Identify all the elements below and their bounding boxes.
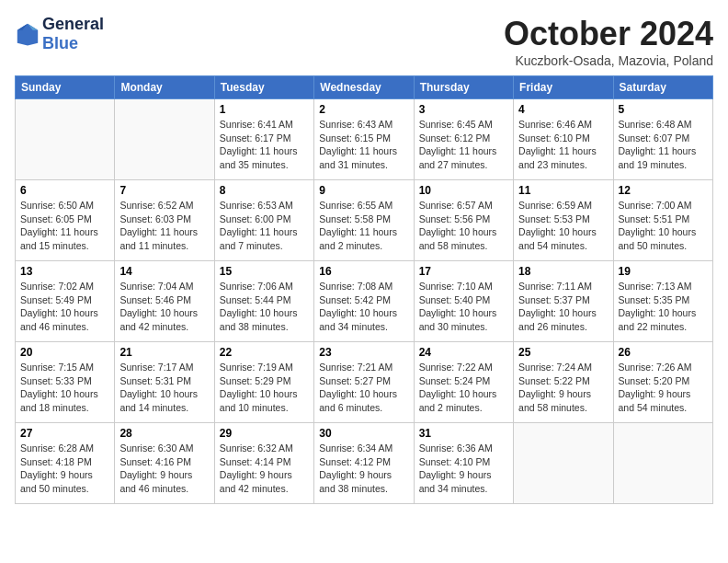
day-info: Sunrise: 7:24 AM Sunset: 5:22 PM Dayligh… [518, 361, 608, 415]
calendar-cell [16, 99, 115, 180]
day-info: Sunrise: 6:53 AM Sunset: 6:00 PM Dayligh… [220, 199, 309, 253]
calendar-cell: 5Sunrise: 6:48 AM Sunset: 6:07 PM Daylig… [613, 99, 712, 180]
day-number: 14 [119, 265, 209, 278]
calendar-cell [613, 423, 712, 504]
day-number: 10 [419, 184, 508, 197]
day-header-saturday: Saturday [613, 76, 712, 99]
day-number: 18 [518, 265, 608, 278]
day-number: 11 [518, 184, 608, 197]
calendar-cell: 25Sunrise: 7:24 AM Sunset: 5:22 PM Dayli… [514, 342, 613, 423]
day-info: Sunrise: 7:13 AM Sunset: 5:35 PM Dayligh… [619, 280, 708, 334]
logo-icon [15, 21, 40, 47]
day-info: Sunrise: 6:55 AM Sunset: 5:58 PM Dayligh… [319, 199, 408, 253]
calendar-week-row: 6Sunrise: 6:50 AM Sunset: 6:05 PM Daylig… [16, 180, 713, 261]
day-info: Sunrise: 6:34 AM Sunset: 4:12 PM Dayligh… [319, 442, 408, 496]
day-number: 5 [619, 103, 708, 116]
calendar-cell: 29Sunrise: 6:32 AM Sunset: 4:14 PM Dayli… [214, 423, 313, 504]
day-number: 31 [419, 427, 508, 440]
day-info: Sunrise: 7:08 AM Sunset: 5:42 PM Dayligh… [319, 280, 408, 334]
day-number: 25 [518, 346, 608, 359]
calendar-cell: 19Sunrise: 7:13 AM Sunset: 5:35 PM Dayli… [613, 261, 712, 342]
calendar-cell: 8Sunrise: 6:53 AM Sunset: 6:00 PM Daylig… [214, 180, 313, 261]
day-info: Sunrise: 6:36 AM Sunset: 4:10 PM Dayligh… [419, 442, 508, 496]
day-header-tuesday: Tuesday [214, 76, 313, 99]
day-header-sunday: Sunday [16, 76, 115, 99]
day-info: Sunrise: 6:59 AM Sunset: 5:53 PM Dayligh… [518, 199, 608, 253]
logo: General Blue [15, 15, 104, 52]
calendar-cell: 16Sunrise: 7:08 AM Sunset: 5:42 PM Dayli… [314, 261, 414, 342]
calendar-cell: 13Sunrise: 7:02 AM Sunset: 5:49 PM Dayli… [16, 261, 115, 342]
day-number: 27 [20, 427, 109, 440]
calendar-cell: 10Sunrise: 6:57 AM Sunset: 5:56 PM Dayli… [414, 180, 513, 261]
day-info: Sunrise: 6:48 AM Sunset: 6:07 PM Dayligh… [619, 118, 708, 172]
day-info: Sunrise: 6:43 AM Sunset: 6:15 PM Dayligh… [319, 118, 408, 172]
day-number: 3 [419, 103, 508, 116]
day-header-thursday: Thursday [414, 76, 513, 99]
calendar-cell [514, 423, 613, 504]
day-info: Sunrise: 6:45 AM Sunset: 6:12 PM Dayligh… [419, 118, 508, 172]
calendar-cell: 6Sunrise: 6:50 AM Sunset: 6:05 PM Daylig… [16, 180, 115, 261]
day-header-monday: Monday [115, 76, 214, 99]
calendar-week-row: 13Sunrise: 7:02 AM Sunset: 5:49 PM Dayli… [16, 261, 713, 342]
day-info: Sunrise: 7:17 AM Sunset: 5:31 PM Dayligh… [119, 361, 209, 415]
calendar-cell [115, 99, 214, 180]
day-info: Sunrise: 7:04 AM Sunset: 5:46 PM Dayligh… [119, 280, 209, 334]
day-number: 7 [119, 184, 209, 197]
calendar-cell: 7Sunrise: 6:52 AM Sunset: 6:03 PM Daylig… [115, 180, 214, 261]
logo-text-blue: Blue [42, 34, 104, 53]
calendar-cell: 20Sunrise: 7:15 AM Sunset: 5:33 PM Dayli… [16, 342, 115, 423]
day-info: Sunrise: 6:32 AM Sunset: 4:14 PM Dayligh… [220, 442, 309, 496]
day-number: 17 [419, 265, 508, 278]
calendar-cell: 9Sunrise: 6:55 AM Sunset: 5:58 PM Daylig… [314, 180, 414, 261]
calendar-cell: 28Sunrise: 6:30 AM Sunset: 4:16 PM Dayli… [115, 423, 214, 504]
day-info: Sunrise: 7:22 AM Sunset: 5:24 PM Dayligh… [419, 361, 508, 415]
day-header-wednesday: Wednesday [314, 76, 414, 99]
day-info: Sunrise: 7:19 AM Sunset: 5:29 PM Dayligh… [220, 361, 309, 415]
day-info: Sunrise: 7:02 AM Sunset: 5:49 PM Dayligh… [20, 280, 109, 334]
day-info: Sunrise: 6:50 AM Sunset: 6:05 PM Dayligh… [20, 199, 109, 253]
day-number: 6 [20, 184, 109, 197]
calendar-cell: 22Sunrise: 7:19 AM Sunset: 5:29 PM Dayli… [214, 342, 313, 423]
calendar-week-row: 1Sunrise: 6:41 AM Sunset: 6:17 PM Daylig… [16, 99, 713, 180]
calendar-cell: 3Sunrise: 6:45 AM Sunset: 6:12 PM Daylig… [414, 99, 513, 180]
day-info: Sunrise: 6:30 AM Sunset: 4:16 PM Dayligh… [119, 442, 209, 496]
day-info: Sunrise: 6:46 AM Sunset: 6:10 PM Dayligh… [518, 118, 608, 172]
calendar-cell: 31Sunrise: 6:36 AM Sunset: 4:10 PM Dayli… [414, 423, 513, 504]
location-subtitle: Kuczbork-Osada, Mazovia, Poland [504, 53, 713, 68]
day-number: 29 [220, 427, 309, 440]
calendar-table: SundayMondayTuesdayWednesdayThursdayFrid… [15, 75, 713, 504]
calendar-cell: 30Sunrise: 6:34 AM Sunset: 4:12 PM Dayli… [314, 423, 414, 504]
calendar-cell: 17Sunrise: 7:10 AM Sunset: 5:40 PM Dayli… [414, 261, 513, 342]
day-number: 30 [319, 427, 408, 440]
day-number: 15 [220, 265, 309, 278]
day-number: 9 [319, 184, 408, 197]
day-info: Sunrise: 7:00 AM Sunset: 5:51 PM Dayligh… [619, 199, 708, 253]
day-info: Sunrise: 6:41 AM Sunset: 6:17 PM Dayligh… [220, 118, 309, 172]
calendar-cell: 18Sunrise: 7:11 AM Sunset: 5:37 PM Dayli… [514, 261, 613, 342]
logo-text-general: General [42, 15, 104, 34]
day-number: 26 [619, 346, 708, 359]
calendar-week-row: 20Sunrise: 7:15 AM Sunset: 5:33 PM Dayli… [16, 342, 713, 423]
day-number: 23 [319, 346, 408, 359]
page-header: General Blue October 2024 Kuczbork-Osada… [15, 15, 713, 68]
day-number: 24 [419, 346, 508, 359]
calendar-cell: 4Sunrise: 6:46 AM Sunset: 6:10 PM Daylig… [514, 99, 613, 180]
day-number: 13 [20, 265, 109, 278]
day-info: Sunrise: 7:10 AM Sunset: 5:40 PM Dayligh… [419, 280, 508, 334]
day-info: Sunrise: 6:52 AM Sunset: 6:03 PM Dayligh… [119, 199, 209, 253]
calendar-header-row: SundayMondayTuesdayWednesdayThursdayFrid… [16, 76, 713, 99]
calendar-cell: 24Sunrise: 7:22 AM Sunset: 5:24 PM Dayli… [414, 342, 513, 423]
day-info: Sunrise: 7:21 AM Sunset: 5:27 PM Dayligh… [319, 361, 408, 415]
calendar-cell: 23Sunrise: 7:21 AM Sunset: 5:27 PM Dayli… [314, 342, 414, 423]
day-number: 2 [319, 103, 408, 116]
month-title: October 2024 [504, 15, 713, 53]
day-number: 20 [20, 346, 109, 359]
day-number: 21 [119, 346, 209, 359]
calendar-cell: 14Sunrise: 7:04 AM Sunset: 5:46 PM Dayli… [115, 261, 214, 342]
day-info: Sunrise: 6:57 AM Sunset: 5:56 PM Dayligh… [419, 199, 508, 253]
title-block: October 2024 Kuczbork-Osada, Mazovia, Po… [504, 15, 713, 68]
day-number: 22 [220, 346, 309, 359]
calendar-cell: 11Sunrise: 6:59 AM Sunset: 5:53 PM Dayli… [514, 180, 613, 261]
day-number: 28 [119, 427, 209, 440]
calendar-cell: 1Sunrise: 6:41 AM Sunset: 6:17 PM Daylig… [214, 99, 313, 180]
